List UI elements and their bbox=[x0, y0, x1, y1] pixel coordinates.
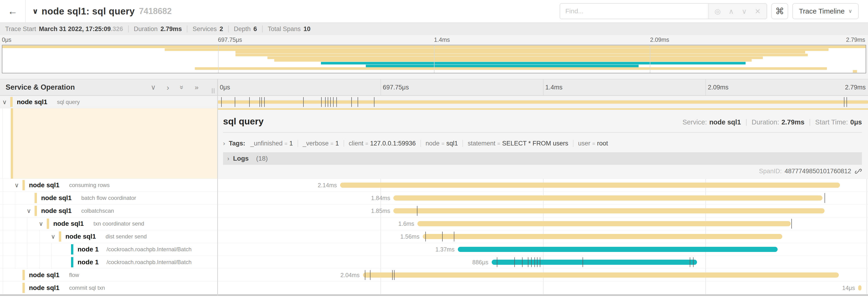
tags-accordion[interactable]: ›Tags:_unfinished=1_verbose=1client=127.… bbox=[223, 137, 862, 149]
expand-all-icon[interactable]: » bbox=[194, 84, 198, 91]
tag-separator bbox=[344, 140, 344, 147]
find-group: ◎∧∨✕ bbox=[560, 3, 767, 19]
span-bar-row[interactable]: 14μs bbox=[218, 281, 868, 295]
view-selector-dropdown[interactable]: Trace Timeline ∨ bbox=[792, 3, 859, 19]
span-tree-row[interactable]: node 1/cockroach.roachpb.Internal/Batch bbox=[0, 256, 217, 269]
indent-guide bbox=[3, 192, 3, 204]
chevron-right-icon: › bbox=[223, 140, 225, 147]
minimap-span-bar bbox=[236, 51, 805, 54]
span-service-name: node sql1 bbox=[65, 233, 96, 240]
chevron-down-icon[interactable]: ∨ bbox=[39, 220, 43, 228]
log-marker-tick bbox=[528, 257, 528, 267]
span-tree-row[interactable]: ∨node sql1dist sender send bbox=[0, 230, 217, 243]
timeline-ruler: 0μs697.75μs1.4ms2.09ms2.79ms bbox=[218, 79, 868, 95]
trace-info-label: Duration bbox=[134, 26, 158, 33]
span-tree-row[interactable]: ∨node sql1colbatchscan bbox=[0, 205, 217, 217]
span-bar[interactable] bbox=[458, 247, 778, 252]
tag-item: user=root bbox=[578, 140, 608, 147]
locate-icon[interactable]: ◎ bbox=[715, 7, 721, 15]
chevron-down-icon[interactable]: ∨ bbox=[51, 233, 55, 240]
tag-key: user bbox=[578, 140, 590, 147]
span-bar-row[interactable]: 1.56ms bbox=[218, 230, 868, 243]
log-marker-tick bbox=[325, 97, 326, 107]
trace-info-item: Total Spans10 bbox=[268, 26, 310, 33]
minimap-canvas[interactable] bbox=[2, 45, 866, 73]
span-bar[interactable] bbox=[340, 182, 840, 188]
span-bar[interactable] bbox=[423, 234, 782, 239]
span-color-bar bbox=[47, 218, 49, 229]
collapse-trace-header-icon[interactable]: ∨ bbox=[32, 7, 38, 15]
meta-value: 2.79ms bbox=[781, 119, 804, 126]
log-marker-tick bbox=[522, 257, 523, 267]
span-duration-label: 886μs bbox=[472, 259, 489, 266]
span-duration-label: 1.6ms bbox=[398, 221, 414, 227]
chevron-down-icon[interactable]: ∨ bbox=[27, 207, 31, 214]
span-bar[interactable] bbox=[363, 272, 839, 278]
span-bar[interactable] bbox=[218, 100, 868, 104]
log-marker-tick bbox=[303, 97, 304, 107]
service-operation-header: Service & Operation ∨›»» bbox=[0, 79, 217, 95]
span-bar[interactable] bbox=[858, 285, 862, 291]
tag-item: node=sql1 bbox=[426, 140, 458, 147]
collapse-one-icon[interactable]: ∨ bbox=[151, 84, 156, 91]
logs-accordion[interactable]: ›Logs(18) bbox=[223, 152, 862, 165]
equals-sign: = bbox=[592, 141, 595, 147]
span-bar-row[interactable]: 1.6ms bbox=[218, 217, 868, 230]
minimap-span-bar bbox=[366, 65, 639, 67]
span-bar-row[interactable]: 2.04ms bbox=[218, 269, 868, 281]
span-bar-row[interactable] bbox=[218, 96, 868, 108]
ruler-gridline bbox=[706, 79, 706, 95]
span-bar[interactable] bbox=[393, 195, 823, 201]
span-tree-row[interactable]: ∨node sql1txn coordinator send bbox=[0, 217, 217, 230]
log-marker-tick bbox=[264, 97, 265, 107]
trace-info-value: March 31 2022, 17:25:09 bbox=[39, 26, 111, 33]
chevron-down-icon[interactable]: ∨ bbox=[14, 182, 19, 189]
span-bar-row[interactable]: 886μs bbox=[218, 256, 868, 269]
columns-header: Service & Operation ∨›»» 0μs697.75μs1.4m… bbox=[0, 79, 868, 96]
span-tree-row[interactable]: node sql1batch flow coordinator bbox=[0, 192, 217, 205]
indent-guide bbox=[15, 256, 15, 269]
span-bar-row[interactable]: 2.14ms bbox=[218, 179, 868, 192]
log-marker-tick bbox=[690, 257, 690, 267]
span-tree-row[interactable]: node sql1flow bbox=[0, 269, 217, 281]
span-color-bar bbox=[10, 97, 12, 107]
keyboard-shortcuts-button[interactable]: ⌘ bbox=[771, 3, 788, 19]
tree-timeline-divider[interactable] bbox=[217, 79, 218, 296]
log-marker-tick bbox=[844, 97, 844, 107]
log-marker-tick bbox=[540, 257, 540, 267]
indent-guide bbox=[15, 192, 15, 204]
column-resize-handle[interactable] bbox=[212, 88, 214, 93]
clear-search-icon[interactable]: ✕ bbox=[755, 7, 761, 15]
tag-item: _unfinished=1 bbox=[250, 140, 293, 147]
span-tree-row[interactable]: node 1/cockroach.roachpb.Internal/Batch bbox=[0, 243, 217, 256]
indent-guide bbox=[39, 256, 39, 269]
log-marker-tick bbox=[825, 193, 825, 203]
expand-one-icon[interactable]: › bbox=[166, 83, 169, 91]
indent-guide bbox=[27, 217, 27, 230]
log-marker-tick bbox=[321, 97, 322, 107]
back-button[interactable]: ← bbox=[0, 0, 26, 23]
chevron-down-icon[interactable]: ∨ bbox=[2, 98, 7, 105]
span-bar-row[interactable]: 1.84ms bbox=[218, 192, 868, 205]
link-icon[interactable] bbox=[855, 168, 862, 175]
chevron-down-icon: ∨ bbox=[848, 8, 852, 14]
collapse-all-icon[interactable]: » bbox=[179, 86, 185, 90]
span-bar[interactable] bbox=[393, 208, 824, 213]
span-service-name: node sql1 bbox=[29, 181, 60, 189]
log-marker-tick bbox=[358, 97, 358, 107]
span-bar-row[interactable]: 1.85ms bbox=[218, 205, 868, 217]
span-tree-row[interactable]: ∨node sql1consuming rows bbox=[0, 179, 217, 192]
trace-info-label: Trace Start bbox=[5, 26, 36, 33]
ruler-tick-label: 1.4ms bbox=[546, 84, 563, 91]
next-result-icon[interactable]: ∨ bbox=[742, 7, 747, 15]
span-bar[interactable] bbox=[417, 221, 790, 226]
meta-value: 0μs bbox=[850, 119, 862, 126]
prev-result-icon[interactable]: ∧ bbox=[728, 7, 734, 15]
span-detail-title: sql query bbox=[223, 116, 683, 127]
span-tree-row[interactable]: ∨node sql1sql query bbox=[0, 96, 217, 108]
span-tree-row[interactable]: node sql1commit sql txn bbox=[0, 281, 217, 295]
span-bar-row[interactable]: 1.37ms bbox=[218, 243, 868, 256]
indent-guide bbox=[3, 230, 3, 243]
find-input[interactable] bbox=[560, 4, 708, 19]
log-marker-tick bbox=[514, 257, 515, 267]
